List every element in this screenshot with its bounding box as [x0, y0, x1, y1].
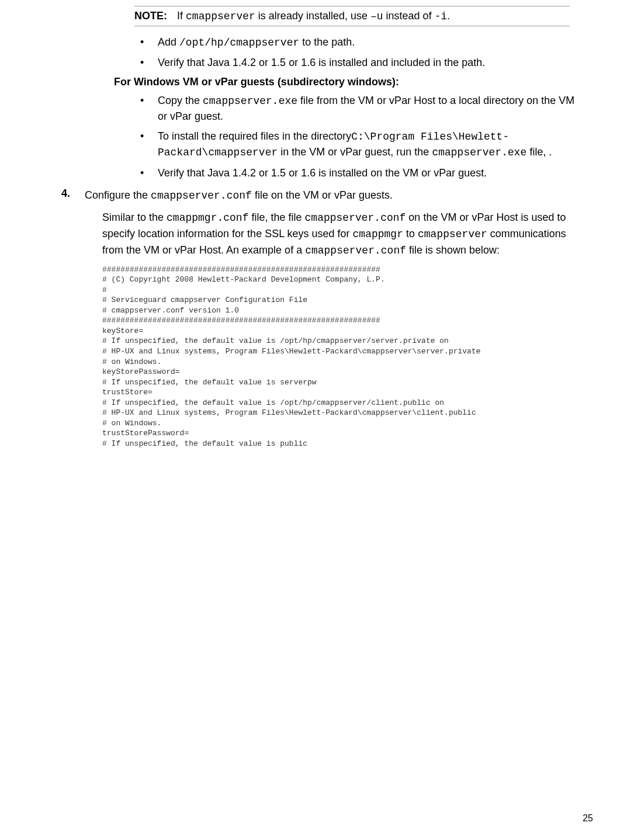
code-text: cmappmgr — [353, 228, 403, 240]
note-text-2: is already installed, use — [255, 10, 370, 22]
code-text: cmappserver.conf — [305, 245, 406, 256]
body-text: to — [403, 228, 418, 239]
note-label: NOTE: — [134, 10, 167, 22]
note-box: NOTE: If cmappserver is already installe… — [134, 6, 570, 26]
note-code-3: -i — [435, 11, 448, 22]
code-text: cmappmgr.conf — [167, 212, 248, 224]
body-text: file on the VM or vPar guests. — [252, 189, 393, 201]
body-text: Copy the — [158, 95, 203, 106]
list-item: To install the required files in the dir… — [134, 129, 581, 160]
page-content: NOTE: If cmappserver is already installe… — [0, 0, 631, 473]
body-text: To install the required files in the dir… — [158, 130, 351, 142]
list-item: Copy the cmappserver.exe file from the V… — [134, 93, 581, 124]
code-text: cmappserver.conf — [305, 212, 406, 224]
body-text: in the VM or vPar guest, run the — [278, 146, 432, 158]
subheading: For Windows VM or vPar guests (subdirect… — [114, 76, 581, 88]
step-number: 4. — [50, 188, 85, 200]
note-code-1: cmappserver — [186, 11, 255, 22]
code-block: ########################################… — [102, 265, 581, 449]
body-text: to the path. — [299, 36, 355, 48]
code-text: cmappserver.exe — [203, 95, 297, 107]
note-text-3: instead of — [383, 10, 435, 22]
bullet-list-1: Add /opt/hp/cmappserver to the path.Veri… — [134, 34, 581, 70]
step-4: 4. Configure the cmappserver.conf file o… — [50, 188, 581, 204]
body-text: file, the file — [248, 211, 304, 223]
code-text: /opt/hp/cmappserver — [179, 37, 299, 48]
body-text: file is shown below: — [406, 244, 500, 256]
body-text: Similar to the — [102, 211, 167, 223]
note-code-2: –u — [370, 11, 383, 22]
code-text: cmappserver.exe — [432, 147, 526, 158]
body-text: Verify that Java 1.4.2 or 1.5 or 1.6 is … — [158, 167, 487, 179]
body-text: Add — [158, 36, 179, 48]
bullet-list-2: Copy the cmappserver.exe file from the V… — [134, 93, 581, 180]
page-number: 25 — [583, 813, 593, 824]
body-text: Configure the — [85, 189, 151, 201]
list-item: Add /opt/hp/cmappserver to the path. — [134, 34, 581, 50]
paragraph: Similar to the cmappmgr.conf file, the f… — [102, 210, 581, 259]
body-text: file, . — [526, 146, 552, 158]
list-item: Verify that Java 1.4.2 or 1.5 or 1.6 is … — [134, 165, 581, 181]
body-text: Verify that Java 1.4.2 or 1.5 or 1.6 is … — [158, 57, 485, 68]
step-body: Configure the cmappserver.conf file on t… — [85, 188, 581, 204]
note-text-1: If — [177, 10, 186, 22]
code-text: cmappserver — [418, 228, 487, 240]
code-text: cmappserver.conf — [151, 190, 252, 202]
list-item: Verify that Java 1.4.2 or 1.5 or 1.6 is … — [134, 55, 581, 70]
note-text-4: . — [447, 10, 450, 22]
